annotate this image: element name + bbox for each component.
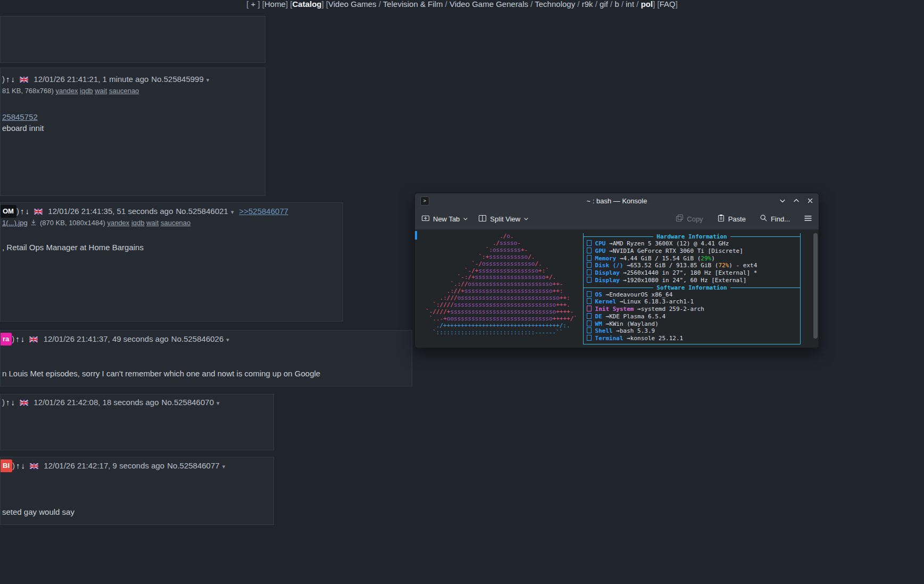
post-menu-arrow-icon[interactable]: ▾: [231, 209, 234, 215]
konsole-app-icon: >: [420, 196, 429, 205]
post-body: 25845752eboard innit: [2, 111, 265, 134]
file-search-link[interactable]: yandex: [107, 219, 129, 227]
terminal-icon: [587, 335, 592, 341]
file-search-link[interactable]: iqdb: [131, 219, 145, 227]
upvote-arrow[interactable]: ↑: [6, 398, 10, 407]
search-icon: [760, 214, 768, 224]
init-system-icon: [587, 306, 592, 311]
quote-link[interactable]: 25845752: [2, 112, 38, 121]
post-menu-arrow-icon[interactable]: ▾: [217, 400, 220, 406]
post-menu-arrow-icon[interactable]: ▾: [226, 336, 229, 343]
find-label: Find...: [771, 215, 790, 223]
post: )↑↓ 12/01/26 21:41:21, 1 minute agoNo.52…: [0, 68, 265, 196]
fetch-info: Hardware Information CPU →AMD Ryzen 5 36…: [583, 233, 801, 344]
fetch-row: Display →1920x1080 in 24", 60 Hz [Extern…: [584, 277, 800, 284]
downvote-arrow[interactable]: ↓: [21, 461, 26, 470]
upvote-arrow[interactable]: ↑: [15, 334, 20, 343]
post-header: )↑↓ 12/01/26 21:41:21, 1 minute agoNo.52…: [2, 73, 265, 86]
file-search-link[interactable]: saucenao: [161, 219, 190, 227]
post-body: , Retail Ops Manager at Home Bargains: [2, 242, 343, 253]
downvote-arrow[interactable]: ↓: [11, 398, 15, 407]
cpu-icon: [587, 240, 592, 246]
post: BI)↑↓ 12/01/26 21:42:17, 9 seconds agoNo…: [0, 457, 274, 525]
fetch-row: Display →2560x1440 in 27", 180 Hz [Exter…: [584, 269, 800, 277]
post-menu-arrow-icon[interactable]: ▾: [206, 77, 210, 83]
file-meta: (870 KB, 1080x1484): [40, 219, 107, 227]
konsole-titlebar[interactable]: > ~ : bash — Konsole: [415, 193, 819, 208]
post-backlink[interactable]: >>525846077: [239, 207, 288, 216]
post-text: , Retail Ops Manager at Home Bargains: [2, 243, 144, 252]
post-number[interactable]: No.525846026: [171, 334, 223, 343]
chevron-down-icon[interactable]: [463, 217, 468, 221]
copy-icon: [676, 214, 684, 224]
post-menu-arrow-icon[interactable]: ▾: [222, 463, 226, 470]
os-icon: [587, 291, 592, 297]
session-activity-indicator: [415, 231, 417, 240]
uk-flag-icon: [30, 460, 38, 472]
menu-button[interactable]: [804, 215, 812, 224]
terminal-scrollbar[interactable]: [813, 231, 818, 347]
chevron-down-icon[interactable]: [524, 217, 528, 221]
upvote-arrow[interactable]: ↑: [6, 75, 10, 84]
paste-button[interactable]: Paste: [717, 214, 746, 224]
downvote-arrow[interactable]: ↓: [11, 75, 15, 84]
minimize-button[interactable]: [779, 198, 786, 204]
file-name-link[interactable]: 1(...).jpg: [2, 219, 28, 227]
post-number[interactable]: No.525846070: [162, 398, 214, 407]
file-info-line: 81 KB, 768x768) yandex iqdb wait saucena…: [2, 86, 265, 96]
post-text: seted gay would say: [2, 507, 74, 516]
section-title: Hardware Information: [584, 233, 800, 240]
post-header: OM)↑↓ 12/01/26 21:41:35, 51 seconds agoN…: [2, 205, 343, 218]
post-header: BI)↑↓ 12/01/26 21:42:17, 9 seconds agoNo…: [2, 459, 273, 472]
upvote-arrow[interactable]: ↑: [20, 207, 24, 216]
partial-post-panel: [0, 16, 265, 63]
terminal-area[interactable]: ./o. ./sssso- `:osssssss+- `:+ssssssssss…: [415, 230, 819, 348]
split-view-icon: [478, 214, 487, 224]
fetch-row: Disk (/) →653.52 GiB / 913.85 GiB (72%) …: [584, 262, 800, 269]
post-number[interactable]: No.525846077: [167, 461, 219, 470]
fetch-row: Shell →bash 5.3.9: [584, 327, 800, 335]
maximize-button[interactable]: [793, 198, 800, 204]
hamburger-icon: [804, 215, 812, 224]
paste-icon: [717, 214, 725, 224]
split-view-label: Split View: [490, 215, 520, 223]
split-view-button[interactable]: Split View: [478, 214, 528, 224]
file-meta: 81 KB, 768x768): [2, 87, 55, 95]
poster-id-paren: ): [12, 461, 15, 470]
gpu-icon: [587, 248, 592, 253]
post-number[interactable]: No.525845999: [151, 75, 203, 84]
fetch-row: CPU →AMD Ryzen 5 3600X (12) @ 4.41 GHz: [584, 240, 800, 248]
file-search-link[interactable]: iqdb: [80, 87, 93, 95]
post-number[interactable]: No.525846021: [176, 207, 228, 216]
section-title: Software Information: [584, 284, 800, 291]
fetch-row: Terminal →konsole 25.12.1: [584, 335, 800, 342]
scrollbar-thumb[interactable]: [813, 233, 818, 339]
post-timestamp: 12/01/26 21:41:35, 51 seconds ago: [48, 207, 173, 216]
file-search-link[interactable]: saucenao: [109, 87, 139, 95]
konsole-window: > ~ : bash — Konsole New Tab Split View …: [414, 193, 819, 348]
post: OM)↑↓ 12/01/26 21:41:35, 51 seconds agoN…: [0, 202, 343, 322]
upvote-arrow[interactable]: ↑: [16, 461, 20, 470]
shell-icon: [587, 327, 592, 333]
close-button[interactable]: [807, 198, 813, 204]
find-button[interactable]: Find...: [760, 214, 790, 224]
file-search-link[interactable]: yandex: [55, 87, 78, 95]
poster-id-paren: ): [2, 75, 5, 84]
copy-button[interactable]: Copy: [676, 214, 703, 224]
new-tab-button[interactable]: New Tab: [421, 214, 468, 224]
downvote-arrow[interactable]: ↓: [21, 334, 25, 343]
fetch-row: DE →KDE Plasma 6.5.4: [584, 313, 800, 320]
fetch-row: Memory →4.44 GiB / 15.54 GiB (29%): [584, 255, 800, 262]
poster-id-badge[interactable]: BI: [0, 459, 12, 472]
post-text: n Louis Met episodes, sorry I can't reme…: [2, 369, 320, 378]
fetch-row: Kernel →Linux 6.18.3-arch1-1: [584, 298, 800, 306]
file-search-link[interactable]: wait: [146, 219, 159, 227]
poster-id-paren: ): [16, 207, 19, 216]
poster-id-badge[interactable]: OM: [0, 205, 16, 218]
paste-label: Paste: [728, 215, 746, 223]
file-search-link[interactable]: wait: [95, 87, 107, 95]
downvote-arrow[interactable]: ↓: [25, 207, 29, 216]
poster-id-paren: ): [2, 398, 5, 407]
poster-id-badge[interactable]: ra: [0, 333, 12, 346]
download-icon[interactable]: [30, 218, 37, 229]
